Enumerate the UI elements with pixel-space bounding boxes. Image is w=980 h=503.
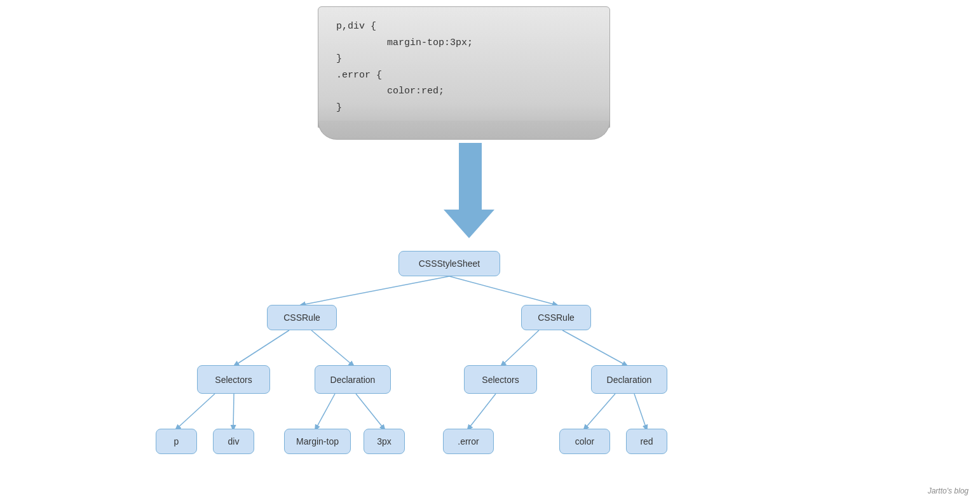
diagram-container: p,div { margin-top:3px; } .error { color… <box>0 0 980 503</box>
svg-line-7 <box>233 394 234 429</box>
node-color: color <box>559 429 610 454</box>
node-stylesheet: CSSStyleSheet <box>398 251 500 276</box>
node-selectors-2: Selectors <box>464 365 537 394</box>
svg-line-1 <box>449 276 556 305</box>
css-line-5: color:red; <box>336 83 592 100</box>
css-box-bottom <box>318 121 610 140</box>
svg-line-9 <box>356 394 384 429</box>
node-margin-top: Margin-top <box>284 429 351 454</box>
node-p: p <box>156 429 197 454</box>
css-line-4: .error { <box>336 67 592 84</box>
node-selectors-1: Selectors <box>197 365 270 394</box>
svg-line-10 <box>468 394 496 429</box>
css-line-1: p,div { <box>336 18 592 35</box>
node-declaration-2: Declaration <box>591 365 667 394</box>
svg-line-6 <box>177 394 215 429</box>
svg-line-2 <box>235 330 289 365</box>
svg-line-12 <box>634 394 646 429</box>
svg-line-3 <box>311 330 353 365</box>
css-line-6: } <box>336 100 592 116</box>
css-line-2: margin-top:3px; <box>336 35 592 51</box>
node-error: .error <box>443 429 494 454</box>
svg-line-8 <box>316 394 335 429</box>
node-3px: 3px <box>364 429 405 454</box>
node-div: div <box>213 429 254 454</box>
css-line-3: } <box>336 51 592 67</box>
svg-line-5 <box>562 330 626 365</box>
node-rule-2: CSSRule <box>521 305 591 330</box>
node-rule-1: CSSRule <box>267 305 337 330</box>
node-declaration-1: Declaration <box>315 365 391 394</box>
arrow-shaft <box>459 143 482 213</box>
svg-line-0 <box>302 276 449 305</box>
svg-line-4 <box>502 330 539 365</box>
arrow-head <box>444 210 494 238</box>
css-code-box: p,div { margin-top:3px; } .error { color… <box>318 6 610 128</box>
blog-attribution: Jartto's blog <box>928 486 969 495</box>
svg-line-11 <box>585 394 615 429</box>
node-red: red <box>626 429 667 454</box>
